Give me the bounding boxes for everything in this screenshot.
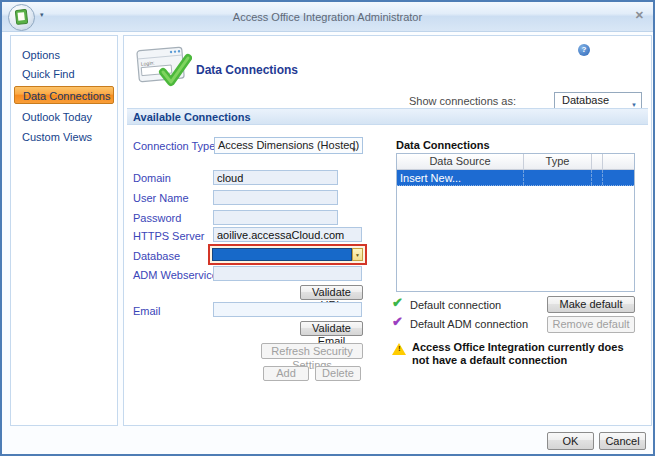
type-cell (524, 170, 592, 185)
refresh-security-settings-button[interactable]: Refresh Security Settings (261, 343, 363, 359)
sidebar-item-outlook-today[interactable]: Outlook Today (14, 109, 114, 126)
show-connections-label: Show connections as: (404, 95, 516, 107)
sidebar-item-options[interactable]: Options (14, 47, 114, 64)
add-button[interactable]: Add (263, 366, 309, 381)
email-label: Email (133, 305, 161, 317)
close-icon[interactable]: ✕ (635, 9, 644, 22)
database-dropdown-arrow-icon[interactable]: ▼ (352, 248, 363, 261)
page-title: Data Connections (196, 63, 298, 77)
domain-label: Domain (133, 172, 171, 184)
blank-cell (603, 170, 634, 185)
data-connections-table: Data Source Type Insert New... (396, 153, 635, 292)
sidebar-item-custom-views[interactable]: Custom Views (14, 129, 114, 146)
window-title: Access Office Integration Administrator (2, 2, 653, 32)
domain-field[interactable] (213, 170, 338, 185)
cancel-button[interactable]: Cancel (599, 432, 646, 450)
email-field[interactable] (213, 302, 362, 317)
default-connection-label: Default connection (410, 299, 501, 311)
validate-email-button[interactable]: Validate Email (300, 321, 363, 336)
database-highlight-box: ▼ (208, 244, 367, 265)
sidebar-item-quick-find[interactable]: Quick Find (14, 66, 114, 83)
password-field[interactable] (213, 210, 338, 225)
connection-type-label: Connection Type (133, 140, 215, 152)
sidebar-item-data-connections[interactable]: Data Connections (14, 86, 114, 104)
chevron-down-icon: ▼ (351, 143, 357, 158)
https-server-label: HTTPS Server (133, 230, 205, 242)
column-header-type[interactable]: Type (524, 154, 592, 169)
title-bar[interactable]: ▾ Access Office Integration Administrato… (2, 2, 653, 32)
validate-url-button[interactable]: Validate URL (300, 285, 363, 300)
available-connections-header: Available Connections (127, 108, 648, 125)
purple-check-icon: ✔ (392, 314, 403, 329)
remove-default-button[interactable]: Remove default (547, 316, 635, 333)
table-header-row: Data Source Type (397, 154, 634, 170)
administrator-dialog: ▾ Access Office Integration Administrato… (0, 0, 655, 456)
insert-new-cell: Insert New... (397, 170, 524, 185)
user-name-label: User Name (133, 192, 189, 204)
column-header-data-source[interactable]: Data Source (397, 154, 524, 169)
warning-exclamation: ! (398, 344, 401, 353)
user-name-field[interactable] (213, 190, 338, 205)
show-connections-dropdown[interactable]: Database Name ▼ (554, 92, 642, 109)
default-adm-connection-label: Default ADM connection (410, 318, 528, 330)
database-label: Database (133, 250, 180, 262)
data-connections-title: Data Connections (396, 139, 490, 151)
adm-webservice-url-field[interactable] (213, 266, 362, 281)
sidebar: Options Quick Find Data Connections Outl… (10, 35, 118, 426)
database-dropdown[interactable] (212, 248, 352, 261)
delete-button[interactable]: Delete (315, 366, 361, 381)
svg-text:Login:: Login: (141, 59, 155, 66)
table-row-insert-new[interactable]: Insert New... (397, 170, 634, 186)
https-server-field[interactable] (213, 227, 362, 242)
green-check-icon: ✔ (392, 295, 403, 310)
column-header-blank-1[interactable] (592, 154, 603, 169)
blank-cell (592, 170, 603, 185)
connection-type-dropdown[interactable]: Access Dimensions (Hosted) ▼ (214, 137, 363, 154)
main-panel: Login: Data Connections ? Show connectio… (123, 35, 652, 426)
no-default-connection-warning: Access Office Integration currently does… (412, 341, 640, 367)
make-default-button[interactable]: Make default (547, 296, 635, 313)
help-icon[interactable]: ? (578, 44, 590, 56)
password-label: Password (133, 212, 181, 224)
connection-type-value: Access Dimensions (Hosted) (218, 139, 359, 151)
data-connections-icon: Login: (134, 42, 192, 94)
ok-button[interactable]: OK (547, 432, 594, 450)
column-header-blank-2[interactable] (603, 154, 634, 169)
